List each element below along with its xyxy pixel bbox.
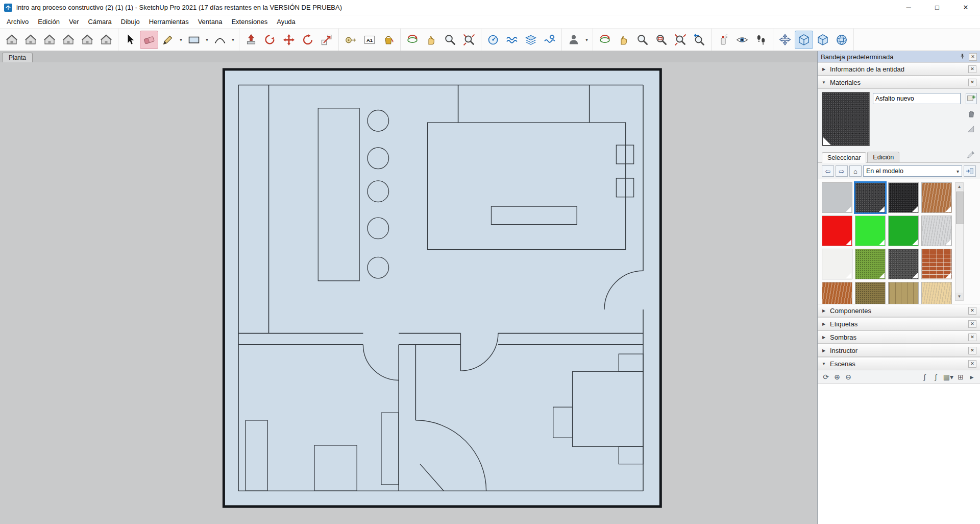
- material-swatch[interactable]: [822, 282, 852, 304]
- section-tags[interactable]: ▶ Etiquetas ✕: [818, 317, 980, 330]
- move-scene-up-button[interactable]: ∫: [931, 372, 941, 382]
- material-swatch[interactable]: [888, 216, 919, 246]
- menu-herramientas[interactable]: Herramientas: [144, 16, 193, 27]
- sphere-view-button[interactable]: [832, 31, 851, 49]
- line-tool-button[interactable]: [159, 31, 177, 49]
- scroll-down-icon[interactable]: ▼: [955, 293, 963, 300]
- orbit-2-button[interactable]: [596, 31, 614, 49]
- section-close-button[interactable]: ✕: [968, 347, 976, 354]
- scene-tab-planta[interactable]: Planta: [2, 53, 33, 62]
- sandbox-gauge-button[interactable]: [484, 31, 502, 49]
- material-swatch[interactable]: [822, 182, 852, 213]
- material-name-input[interactable]: [873, 93, 961, 104]
- arc-tool-button[interactable]: [211, 31, 229, 49]
- tab-edicion[interactable]: Edición: [867, 152, 899, 162]
- home-button[interactable]: ⌂: [849, 165, 862, 177]
- material-swatch[interactable]: [855, 282, 886, 304]
- scrollbar-track[interactable]: [955, 190, 963, 293]
- material-swatch[interactable]: [921, 182, 952, 213]
- scrollbar-thumb[interactable]: [956, 192, 964, 224]
- add-scene-button[interactable]: ⊕: [832, 372, 842, 382]
- zoom-extents-2-button[interactable]: [671, 31, 690, 49]
- section-close-button[interactable]: ✕: [968, 307, 976, 315]
- walk-button[interactable]: [752, 31, 770, 49]
- material-swatch[interactable]: [822, 216, 852, 246]
- create-material-button[interactable]: [966, 93, 977, 104]
- section-close-button[interactable]: ✕: [968, 79, 976, 86]
- sandbox-layers-button[interactable]: [522, 31, 540, 49]
- menu-camara[interactable]: Cámara: [84, 16, 116, 27]
- follow-me-button[interactable]: [261, 31, 279, 49]
- material-swatch[interactable]: [855, 216, 886, 246]
- text-tool-button[interactable]: A1: [360, 31, 379, 49]
- look-around-button[interactable]: [733, 31, 751, 49]
- section-close-button[interactable]: ✕: [968, 360, 976, 368]
- menu-ver[interactable]: Ver: [64, 16, 84, 27]
- material-swatch[interactable]: [921, 282, 952, 304]
- sample-paint-triangle-icon[interactable]: [966, 124, 977, 135]
- back-arrow-button[interactable]: ⇦: [822, 165, 834, 177]
- tab-seleccionar[interactable]: Seleccionar: [822, 152, 866, 163]
- swatch-scrollbar[interactable]: ▲ ▼: [955, 182, 964, 301]
- section-scenes[interactable]: ▼ Escenas ✕: [818, 357, 980, 370]
- tape-measure-button[interactable]: [341, 31, 360, 49]
- material-swatch[interactable]: [921, 216, 952, 246]
- scale-tool-button[interactable]: [317, 31, 336, 49]
- forward-arrow-button[interactable]: ⇨: [836, 165, 848, 177]
- section-close-button[interactable]: ✕: [968, 334, 976, 341]
- section-materials[interactable]: ▼ Materiales ✕: [818, 76, 980, 89]
- view-right-button[interactable]: [59, 31, 78, 49]
- material-swatch[interactable]: [921, 249, 952, 279]
- add-thumbnail-button[interactable]: ⊞: [955, 372, 966, 382]
- zoom-button[interactable]: [441, 31, 459, 49]
- pin-icon[interactable]: [958, 53, 966, 61]
- scroll-up-icon[interactable]: ▲: [955, 183, 963, 190]
- menu-ventana[interactable]: Ventana: [193, 16, 227, 27]
- line-tool-dropdown-icon[interactable]: ▾: [178, 31, 184, 49]
- shapes-tool-button[interactable]: [185, 31, 203, 49]
- view-iso-button[interactable]: [3, 31, 21, 49]
- section-components[interactable]: ▶ Componentes ✕: [818, 304, 980, 317]
- iso-cube-button[interactable]: [795, 31, 813, 49]
- sandbox-modify-button[interactable]: [541, 31, 559, 49]
- move-tool-button[interactable]: [280, 31, 298, 49]
- secondary-pane-button[interactable]: [964, 165, 976, 177]
- menu-archivo[interactable]: Archivo: [2, 16, 33, 27]
- paint-bucket-small-icon[interactable]: [966, 108, 977, 120]
- zoom-2-button[interactable]: [633, 31, 652, 49]
- minimize-button[interactable]: ─: [894, 0, 923, 15]
- arc-tool-dropdown-icon[interactable]: ▾: [230, 31, 236, 49]
- zoom-previous-button[interactable]: [690, 31, 708, 49]
- scenes-list[interactable]: [818, 384, 980, 524]
- maximize-button[interactable]: □: [923, 0, 951, 15]
- section-close-button[interactable]: ✕: [968, 320, 976, 328]
- section-instructor[interactable]: ▶ Instructor ✕: [818, 344, 980, 357]
- menu-ayuda[interactable]: Ayuda: [272, 16, 300, 27]
- view-options-button[interactable]: ▦▾: [942, 372, 954, 382]
- floor-plan-viewport[interactable]: [0, 62, 817, 524]
- eraser-tool-button[interactable]: [140, 31, 158, 49]
- pan-2-button[interactable]: [615, 31, 633, 49]
- move-scene-down-button[interactable]: ∫: [920, 372, 930, 382]
- section-entity-info[interactable]: ▶ Información de la entidad ✕: [818, 62, 980, 76]
- menu-extensiones[interactable]: Extensiones: [227, 16, 272, 27]
- paint-bucket-button[interactable]: [379, 31, 398, 49]
- material-swatch[interactable]: [822, 249, 852, 279]
- menu-edicion[interactable]: Edición: [33, 16, 64, 27]
- material-swatch[interactable]: [888, 249, 919, 279]
- view-left-button[interactable]: [97, 31, 115, 49]
- navigation-cross-button[interactable]: [776, 31, 794, 49]
- zoom-extents-button[interactable]: [460, 31, 478, 49]
- view-top-button[interactable]: [21, 31, 40, 49]
- sandbox-contours-button[interactable]: [503, 31, 521, 49]
- section-close-button[interactable]: ✕: [968, 65, 976, 73]
- menu-dibujo[interactable]: Dibujo: [116, 16, 144, 27]
- user-camera-button[interactable]: [565, 31, 583, 49]
- box-view-button[interactable]: [814, 31, 832, 49]
- view-back-button[interactable]: [78, 31, 96, 49]
- tray-close-button[interactable]: ✕: [969, 53, 977, 61]
- collection-dropdown[interactable]: En el modelo ▾: [863, 165, 962, 177]
- shapes-tool-dropdown-icon[interactable]: ▾: [204, 31, 210, 49]
- material-swatch[interactable]: [888, 282, 919, 304]
- pan-button[interactable]: [422, 31, 440, 49]
